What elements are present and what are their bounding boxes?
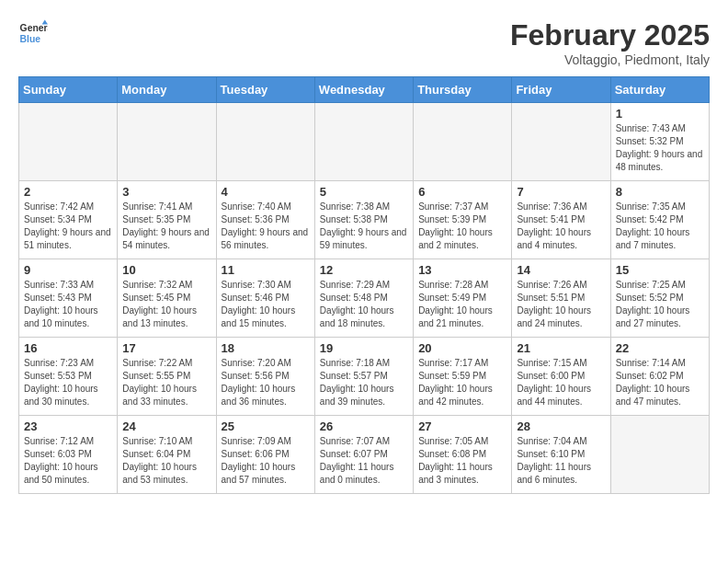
col-header-tuesday: Tuesday <box>216 77 314 103</box>
col-header-saturday: Saturday <box>610 77 709 103</box>
day-number: 12 <box>320 263 408 277</box>
day-info: Sunrise: 7:09 AM Sunset: 6:06 PM Dayligh… <box>222 435 310 487</box>
day-number: 1 <box>616 107 704 121</box>
calendar-cell: 23Sunrise: 7:12 AM Sunset: 6:03 PM Dayli… <box>19 416 118 494</box>
day-info: Sunrise: 7:43 AM Sunset: 5:32 PM Dayligh… <box>616 122 704 174</box>
day-number: 6 <box>418 185 506 199</box>
day-info: Sunrise: 7:05 AM Sunset: 6:08 PM Dayligh… <box>418 435 506 487</box>
logo-icon: General Blue <box>18 18 48 48</box>
day-info: Sunrise: 7:36 AM Sunset: 5:41 PM Dayligh… <box>517 201 605 252</box>
calendar-cell: 24Sunrise: 7:10 AM Sunset: 6:04 PM Dayli… <box>118 416 216 494</box>
day-number: 17 <box>122 341 210 355</box>
day-number: 25 <box>222 419 310 433</box>
day-number: 22 <box>616 341 704 355</box>
calendar-cell: 1Sunrise: 7:43 AM Sunset: 5:32 PM Daylig… <box>610 103 709 181</box>
calendar-week-2: 2Sunrise: 7:42 AM Sunset: 5:34 PM Daylig… <box>19 181 710 259</box>
calendar-cell: 6Sunrise: 7:37 AM Sunset: 5:39 PM Daylig… <box>414 181 512 259</box>
day-info: Sunrise: 7:32 AM Sunset: 5:45 PM Dayligh… <box>122 279 210 330</box>
col-header-sunday: Sunday <box>19 77 118 103</box>
day-info: Sunrise: 7:26 AM Sunset: 5:51 PM Dayligh… <box>517 279 605 330</box>
day-number: 4 <box>222 185 310 199</box>
day-info: Sunrise: 7:25 AM Sunset: 5:52 PM Dayligh… <box>616 279 704 330</box>
day-number: 20 <box>418 341 506 355</box>
day-info: Sunrise: 7:18 AM Sunset: 5:57 PM Dayligh… <box>320 357 408 408</box>
day-number: 19 <box>320 341 408 355</box>
day-number: 3 <box>122 185 210 199</box>
calendar-cell: 26Sunrise: 7:07 AM Sunset: 6:07 PM Dayli… <box>314 416 413 494</box>
svg-text:General: General <box>20 23 48 33</box>
calendar-cell: 21Sunrise: 7:15 AM Sunset: 6:00 PM Dayli… <box>512 338 610 416</box>
day-info: Sunrise: 7:14 AM Sunset: 6:02 PM Dayligh… <box>616 357 704 408</box>
day-number: 13 <box>418 263 506 277</box>
day-info: Sunrise: 7:12 AM Sunset: 6:03 PM Dayligh… <box>24 435 112 487</box>
calendar-cell: 20Sunrise: 7:17 AM Sunset: 5:59 PM Dayli… <box>414 338 512 416</box>
day-number: 16 <box>24 341 112 355</box>
calendar-cell: 28Sunrise: 7:04 AM Sunset: 6:10 PM Dayli… <box>512 416 610 494</box>
calendar-week-3: 9Sunrise: 7:33 AM Sunset: 5:43 PM Daylig… <box>19 259 710 338</box>
col-header-thursday: Thursday <box>414 77 512 103</box>
day-info: Sunrise: 7:17 AM Sunset: 5:59 PM Dayligh… <box>418 357 506 408</box>
day-info: Sunrise: 7:23 AM Sunset: 5:53 PM Dayligh… <box>24 357 112 408</box>
day-info: Sunrise: 7:38 AM Sunset: 5:38 PM Dayligh… <box>320 201 408 252</box>
day-info: Sunrise: 7:33 AM Sunset: 5:43 PM Dayligh… <box>24 279 112 330</box>
col-header-monday: Monday <box>118 77 216 103</box>
logo: General Blue <box>18 18 48 48</box>
svg-text:Blue: Blue <box>20 34 41 44</box>
location: Voltaggio, Piedmont, Italy <box>510 52 710 67</box>
calendar-cell: 25Sunrise: 7:09 AM Sunset: 6:06 PM Dayli… <box>216 416 314 494</box>
day-number: 28 <box>517 419 605 433</box>
calendar-cell: 15Sunrise: 7:25 AM Sunset: 5:52 PM Dayli… <box>610 259 709 338</box>
day-info: Sunrise: 7:37 AM Sunset: 5:39 PM Dayligh… <box>418 201 506 252</box>
day-number: 9 <box>24 263 112 277</box>
day-info: Sunrise: 7:20 AM Sunset: 5:56 PM Dayligh… <box>222 357 310 408</box>
day-number: 14 <box>517 263 605 277</box>
calendar-table: SundayMondayTuesdayWednesdayThursdayFrid… <box>18 76 710 494</box>
day-info: Sunrise: 7:07 AM Sunset: 6:07 PM Dayligh… <box>320 435 408 487</box>
page-header: General Blue February 2025 Voltaggio, Pi… <box>18 18 710 67</box>
col-header-wednesday: Wednesday <box>314 77 413 103</box>
calendar-cell: 27Sunrise: 7:05 AM Sunset: 6:08 PM Dayli… <box>414 416 512 494</box>
day-info: Sunrise: 7:04 AM Sunset: 6:10 PM Dayligh… <box>517 435 605 487</box>
calendar-cell: 11Sunrise: 7:30 AM Sunset: 5:46 PM Dayli… <box>216 259 314 338</box>
calendar-cell: 18Sunrise: 7:20 AM Sunset: 5:56 PM Dayli… <box>216 338 314 416</box>
day-number: 10 <box>122 263 210 277</box>
calendar-cell <box>512 103 610 181</box>
day-info: Sunrise: 7:30 AM Sunset: 5:46 PM Dayligh… <box>222 279 310 330</box>
day-info: Sunrise: 7:35 AM Sunset: 5:42 PM Dayligh… <box>616 201 704 252</box>
calendar-week-1: 1Sunrise: 7:43 AM Sunset: 5:32 PM Daylig… <box>19 103 710 181</box>
calendar-cell <box>19 103 118 181</box>
col-header-friday: Friday <box>512 77 610 103</box>
day-info: Sunrise: 7:42 AM Sunset: 5:34 PM Dayligh… <box>24 201 112 252</box>
day-info: Sunrise: 7:22 AM Sunset: 5:55 PM Dayligh… <box>122 357 210 408</box>
calendar-cell <box>216 103 314 181</box>
day-number: 18 <box>222 341 310 355</box>
calendar-cell: 16Sunrise: 7:23 AM Sunset: 5:53 PM Dayli… <box>19 338 118 416</box>
calendar-header-row: SundayMondayTuesdayWednesdayThursdayFrid… <box>19 77 710 103</box>
calendar-cell: 13Sunrise: 7:28 AM Sunset: 5:49 PM Dayli… <box>414 259 512 338</box>
day-number: 11 <box>222 263 310 277</box>
calendar-cell: 22Sunrise: 7:14 AM Sunset: 6:02 PM Dayli… <box>610 338 709 416</box>
day-info: Sunrise: 7:10 AM Sunset: 6:04 PM Dayligh… <box>122 435 210 487</box>
month-title: February 2025 <box>510 18 710 52</box>
svg-marker-2 <box>42 20 48 25</box>
day-number: 5 <box>320 185 408 199</box>
calendar-cell: 8Sunrise: 7:35 AM Sunset: 5:42 PM Daylig… <box>610 181 709 259</box>
day-number: 15 <box>616 263 704 277</box>
day-info: Sunrise: 7:15 AM Sunset: 6:00 PM Dayligh… <box>517 357 605 408</box>
calendar-cell <box>414 103 512 181</box>
calendar-week-5: 23Sunrise: 7:12 AM Sunset: 6:03 PM Dayli… <box>19 416 710 494</box>
calendar-cell: 3Sunrise: 7:41 AM Sunset: 5:35 PM Daylig… <box>118 181 216 259</box>
day-number: 27 <box>418 419 506 433</box>
calendar-cell: 10Sunrise: 7:32 AM Sunset: 5:45 PM Dayli… <box>118 259 216 338</box>
day-number: 26 <box>320 419 408 433</box>
day-info: Sunrise: 7:29 AM Sunset: 5:48 PM Dayligh… <box>320 279 408 330</box>
calendar-cell: 12Sunrise: 7:29 AM Sunset: 5:48 PM Dayli… <box>314 259 413 338</box>
title-block: February 2025 Voltaggio, Piedmont, Italy <box>510 18 710 67</box>
day-info: Sunrise: 7:28 AM Sunset: 5:49 PM Dayligh… <box>418 279 506 330</box>
calendar-cell <box>118 103 216 181</box>
calendar-cell <box>610 416 709 494</box>
calendar-cell: 17Sunrise: 7:22 AM Sunset: 5:55 PM Dayli… <box>118 338 216 416</box>
day-number: 21 <box>517 341 605 355</box>
calendar-cell: 5Sunrise: 7:38 AM Sunset: 5:38 PM Daylig… <box>314 181 413 259</box>
calendar-cell <box>314 103 413 181</box>
